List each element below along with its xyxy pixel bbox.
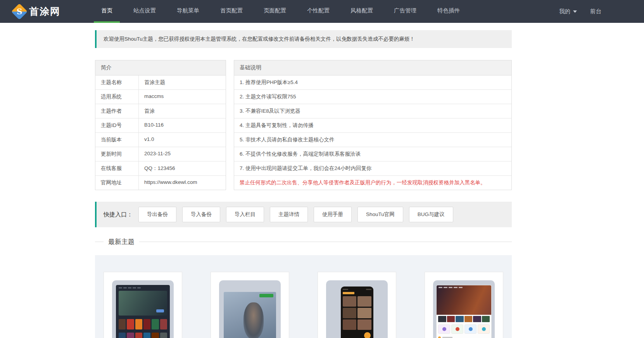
bug-suggest-button[interactable]: BUG与建议 (409, 207, 453, 222)
logo-icon: S (11, 3, 28, 19)
latest-themes-title: 最新主题 (104, 237, 139, 246)
front-site-link[interactable]: 前台 (590, 8, 601, 15)
row-value: maccms (139, 90, 226, 104)
logo[interactable]: S 首涂网 (14, 0, 60, 23)
row-label: 主题ID号 (95, 118, 139, 132)
theme-card[interactable] (104, 272, 182, 338)
row-value: B10-116 (139, 118, 226, 132)
info-tables-row: 简介 主题名称 首涂主题 适用系统 maccms 主题作者 首涂 主题ID号 B… (95, 60, 512, 190)
row-label: 官网地址 (95, 176, 139, 190)
nav-item-style-config[interactable]: 风格配置 (343, 0, 380, 23)
quick-entry-label: 快捷入口： (104, 211, 133, 218)
row-label: 主题作者 (95, 104, 139, 118)
row-label: 更新时间 (95, 147, 139, 161)
table-row: 官网地址 https://www.dkewl.com (95, 176, 226, 190)
row-value: 2023-11-25 (139, 147, 226, 161)
quick-entry-bar: 快捷入口： 导出备份 导入备份 导入栏目 主题详情 使用手册 ShouTu官网 … (95, 202, 512, 227)
theme-preview-image (326, 280, 388, 338)
main-nav: 首页 站点设置 导航菜单 首页配置 页面配置 个性配置 风格配置 广告管理 特色… (91, 0, 470, 23)
table-row: 更新时间 2023-11-25 (95, 147, 226, 161)
row-value: 首涂主题 (139, 75, 226, 89)
user-manual-button[interactable]: 使用手册 (314, 207, 352, 222)
navbar-right: 我的 前台 (559, 0, 601, 23)
note-row: 3. 不兼容IE8及以下浏览器 (234, 104, 511, 118)
note-row: 1. 推荐使用PHP版本≥5.4 (234, 75, 511, 90)
top-navbar: S 首涂网 首页 站点设置 导航菜单 首页配置 页面配置 个性配置 风格配置 广… (0, 0, 644, 23)
table-row: 主题名称 首涂主题 (95, 75, 226, 90)
nav-item-site-settings[interactable]: 站点设置 (126, 0, 163, 23)
shoutu-official-button[interactable]: ShouTu官网 (357, 207, 403, 222)
table-row: 主题ID号 B10-116 (95, 118, 226, 133)
theme-preview-image (112, 280, 174, 338)
heading-divider (95, 242, 104, 242)
official-site-url: https://www.dkewl.com (139, 176, 226, 190)
table-row: 适用系统 maccms (95, 90, 226, 104)
my-menu[interactable]: 我的 (559, 8, 577, 15)
warning-note: 禁止任何形式的二次出售、分享他人等侵害作者及正版用户的行为，一经发现取消授权资格… (234, 176, 511, 190)
nav-item-home-config[interactable]: 首页配置 (213, 0, 250, 23)
export-backup-button[interactable]: 导出备份 (138, 207, 176, 222)
chevron-down-icon (573, 10, 577, 13)
my-menu-label: 我的 (559, 8, 570, 15)
note-row: 4. 主题具备可复制性，请勿传播 (234, 118, 511, 133)
latest-themes-heading: 最新主题 (95, 237, 512, 246)
nav-item-personal-config[interactable]: 个性配置 (300, 0, 337, 23)
player-badge (259, 294, 273, 297)
latest-themes-section (95, 255, 512, 338)
welcome-alert-text: 欢迎使用ShouTu主题，您已获得授权使用本主题管理系统，在您配置或修改文件前请… (104, 36, 415, 42)
row-label: 主题名称 (95, 75, 139, 89)
note-row: 5. 非技术人员请勿私自修改主题核心文件 (234, 133, 511, 147)
table-row: 主题作者 首涂 (95, 104, 226, 118)
front-site-label: 前台 (590, 8, 601, 15)
row-value: QQ：123456 (139, 161, 226, 175)
import-backup-button[interactable]: 导入备份 (182, 207, 220, 222)
intro-table: 简介 主题名称 首涂主题 适用系统 maccms 主题作者 首涂 主题ID号 B… (95, 60, 226, 190)
logo-text: 首涂网 (29, 5, 60, 18)
heading-divider (139, 242, 512, 242)
theme-details-button[interactable]: 主题详情 (270, 207, 308, 222)
table-row: 在线客服 QQ：123456 (95, 161, 226, 176)
import-columns-button[interactable]: 导入栏目 (226, 207, 264, 222)
theme-card[interactable] (425, 272, 503, 338)
note-row: 6. 不提供个性化修改服务，高端定制请联系客服洽谈 (234, 147, 511, 161)
theme-preview-image (433, 280, 495, 338)
main-content: 欢迎使用ShouTu主题，您已获得授权使用本主题管理系统，在您配置或修改文件前请… (95, 30, 512, 338)
theme-card[interactable] (211, 272, 289, 338)
intro-table-header: 简介 (95, 60, 226, 75)
note-row: 7. 使用中出现问题请提交工单，我们会在24小时内回复你 (234, 161, 511, 176)
row-value: 首涂 (139, 104, 226, 118)
theme-preview-image (219, 280, 281, 338)
notes-table: 基础说明 1. 推荐使用PHP版本≥5.4 2. 主题文件读写权限755 3. … (234, 60, 512, 190)
nav-item-nav-menu[interactable]: 导航菜单 (169, 0, 207, 23)
nav-item-home[interactable]: 首页 (94, 0, 120, 23)
nav-item-ad-manage[interactable]: 广告管理 (387, 0, 424, 23)
welcome-alert: 欢迎使用ShouTu主题，您已获得授权使用本主题管理系统，在您配置或修改文件前请… (95, 30, 512, 48)
notes-table-header: 基础说明 (234, 60, 511, 75)
row-label: 当前版本 (95, 133, 139, 147)
note-row: 2. 主题文件读写权限755 (234, 90, 511, 104)
row-value: v1.0 (139, 133, 226, 147)
row-label: 在线客服 (95, 161, 139, 175)
nav-item-page-config[interactable]: 页面配置 (256, 0, 294, 23)
table-row: 当前版本 v1.0 (95, 133, 226, 147)
nav-item-plugins[interactable]: 特色插件 (430, 0, 467, 23)
row-label: 适用系统 (95, 90, 139, 104)
theme-card[interactable] (318, 272, 396, 338)
